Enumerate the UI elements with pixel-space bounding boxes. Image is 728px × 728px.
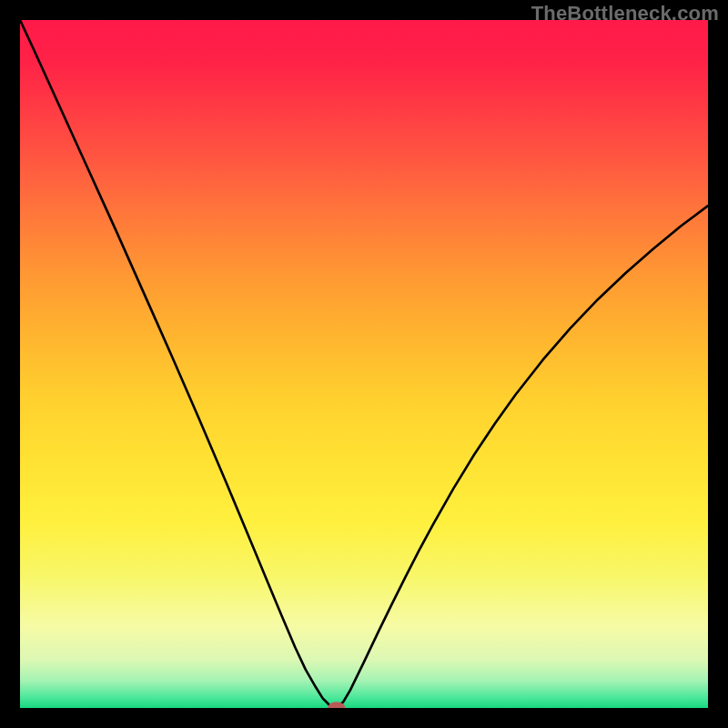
bottleneck-chart xyxy=(20,20,708,708)
chart-background xyxy=(20,20,708,708)
chart-area xyxy=(20,20,708,708)
outer-frame: TheBottleneck.com xyxy=(0,0,728,728)
